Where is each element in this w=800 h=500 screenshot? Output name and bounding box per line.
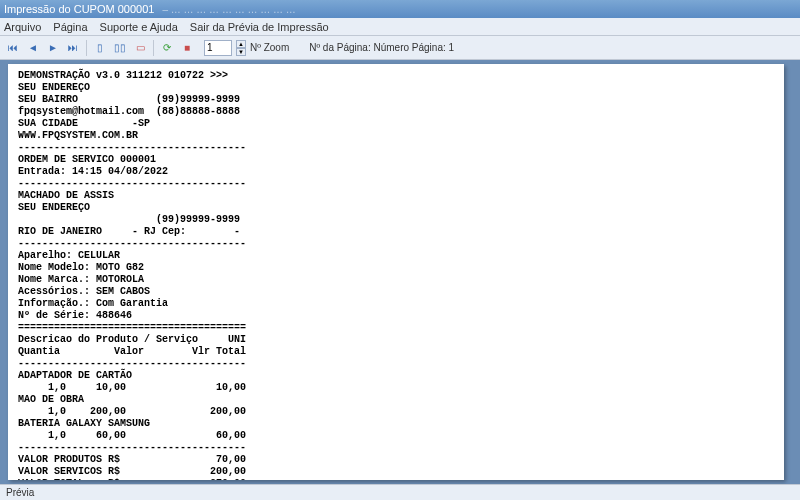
titlebar: Impressão do CUPOM 000001 – … … … … … … … [0,0,800,18]
menu-sair[interactable]: Sair da Prévia de Impressão [190,21,329,33]
fit-page-button[interactable]: ▭ [131,39,149,57]
zoom-group: ▲ ▼ Nº Zoom [204,40,289,56]
toolbar-separator [86,40,87,56]
zoom-spinner[interactable]: ▲ ▼ [236,40,246,56]
first-page-button[interactable]: ⏮ [4,39,22,57]
zoom-label: Nº Zoom [250,42,289,53]
menu-pagina[interactable]: Página [53,21,87,33]
menubar: Arquivo Página Suporte e Ajuda Sair da P… [0,18,800,36]
prev-page-button[interactable]: ◄ [24,39,42,57]
statusbar-text: Prévia [6,487,34,498]
toolbar: ⏮ ◄ ► ⏭ ▯ ▯▯ ▭ ⟳ ■ ▲ ▼ Nº Zoom Nº da Pág… [0,36,800,60]
page-number-label: Nº da Página: Número Página: 1 [309,42,454,53]
print-preview-window: Impressão do CUPOM 000001 – … … … … … … … [0,0,800,500]
first-page-icon: ⏮ [8,43,18,53]
two-page-button[interactable]: ▯▯ [111,39,129,57]
statusbar: Prévia [0,484,800,500]
zoom-down-icon[interactable]: ▼ [236,48,246,56]
menu-suporte[interactable]: Suporte e Ajuda [100,21,178,33]
zoom-input[interactable] [204,40,232,56]
receipt-content: DEMONSTRAÇÃO v3.0 311212 010722 >>> SEU … [18,70,774,480]
toolbar-separator-2 [153,40,154,56]
preview-area: DEMONSTRAÇÃO v3.0 311212 010722 >>> SEU … [0,60,800,484]
refresh-button[interactable]: ⟳ [158,39,176,57]
two-page-icon: ▯▯ [114,43,126,53]
next-page-icon: ► [48,43,58,53]
menu-arquivo[interactable]: Arquivo [4,21,41,33]
close-preview-button[interactable]: ■ [178,39,196,57]
paper: DEMONSTRAÇÃO v3.0 311212 010722 >>> SEU … [8,64,784,480]
single-page-icon: ▯ [97,43,103,53]
titlebar-title: Impressão do CUPOM 000001 [4,3,154,15]
last-page-button[interactable]: ⏭ [64,39,82,57]
titlebar-subtitle: – … … … … … … … … … … [162,4,796,15]
close-icon: ■ [184,43,190,53]
single-page-button[interactable]: ▯ [91,39,109,57]
last-page-icon: ⏭ [68,43,78,53]
next-page-button[interactable]: ► [44,39,62,57]
zoom-up-icon[interactable]: ▲ [236,40,246,48]
fit-page-icon: ▭ [136,43,145,53]
prev-page-icon: ◄ [28,43,38,53]
refresh-icon: ⟳ [163,43,171,53]
